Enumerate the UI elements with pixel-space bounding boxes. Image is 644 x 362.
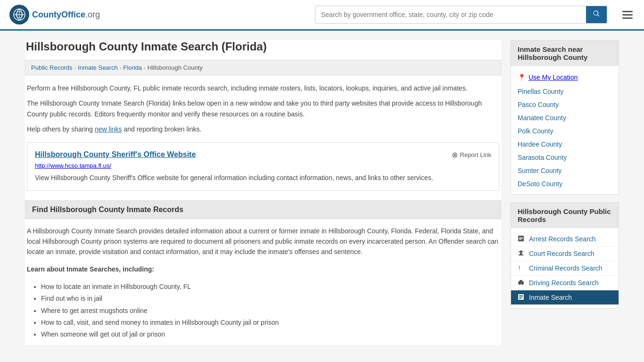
breadcrumb-inmate-search[interactable]: Inmate Search [78,64,118,71]
page-container: Hillsborough County Inmate Search (Flori… [16,31,628,354]
find-section-text: A Hillsborough County Inmate Search prov… [25,226,501,257]
public-records-list: Arrest Records Search Court Records Sear… [511,228,619,308]
nearby-section: Inmate Search near Hillsborough County 📍… [511,40,619,195]
nearby-list: 📍 Use My Location Pinellas County Pasco … [511,66,619,194]
resource-title-link[interactable]: Hillsborough County Sheriff's Office Web… [35,150,196,158]
report-link-button[interactable]: ⊗ Report Link [452,150,491,159]
search-button[interactable] [586,6,607,23]
court-records-link[interactable]: Court Records Search [529,250,594,257]
breadcrumb: Public Records › Inmate Search › Florida… [25,60,501,75]
bullet-item: Find out who is in jail [41,293,499,304]
public-records-title: Hillsborough County Public Records [511,203,619,228]
resource-header: Hillsborough County Sheriff's Office Web… [35,150,491,159]
svg-rect-9 [519,255,523,255]
sidebar-item-hardee[interactable]: Hardee County [511,138,619,151]
breadcrumb-current: Hillsborough County [148,64,203,71]
public-item-arrest[interactable]: Arrest Records Search [511,232,619,246]
sidebar-item-pasco[interactable]: Pasco County [511,98,619,111]
bullet-item: Where to get arrest mugshots online [41,305,499,317]
inmate-search-link[interactable]: Inmate Search [529,294,572,301]
hamburger-line [622,11,633,12]
location-pin-icon: 📍 [518,74,526,81]
resource-card: Hillsborough County Sheriff's Office Web… [27,142,499,191]
svg-marker-11 [518,250,524,252]
public-records-section: Hillsborough County Public Records Arres… [511,202,619,309]
bullet-list: How to locate an inmate in Hillsborough … [27,281,499,340]
sidebar-item-desoto[interactable]: DeSoto County [511,177,619,190]
nearby-section-title: Inmate Search near Hillsborough County [511,41,619,66]
site-logo[interactable]: CountyOffice.org [9,5,100,25]
hamburger-line [622,14,633,16]
use-location-item[interactable]: 📍 Use My Location [511,70,619,85]
main-content: Hillsborough County Inmate Search (Flori… [25,40,501,345]
court-icon [518,250,525,257]
svg-text:!: ! [519,265,520,271]
criminal-icon: ! [518,264,525,272]
sidebar-item-pinellas[interactable]: Pinellas County [511,85,619,98]
breadcrumb-public-records[interactable]: Public Records [31,64,72,71]
bullet-item: How to call, visit, and send money to in… [41,317,499,329]
intro-paragraph-2: The Hillsborough County Inmate Search (F… [25,98,501,119]
breadcrumb-sep: › [74,65,76,71]
svg-point-15 [522,284,523,285]
new-links-link[interactable]: new links [95,125,122,133]
page-title: Hillsborough County Inmate Search (Flori… [25,40,501,53]
driving-icon [518,279,525,287]
intro-paragraph-1: Perform a free Hillsborough County, FL p… [25,83,501,93]
logo-icon [9,5,29,25]
resource-url: http://www.hcso.tampa.fl.us/ [35,162,491,169]
driving-records-link[interactable]: Driving Records Search [529,279,599,287]
sidebar: Inmate Search near Hillsborough County 📍… [511,40,619,345]
breadcrumb-sep: › [144,65,146,71]
breadcrumb-florida[interactable]: Florida [123,64,142,71]
resource-title: Hillsborough County Sheriff's Office Web… [35,150,196,159]
resource-url-link[interactable]: http://www.hcso.tampa.fl.us/ [35,162,111,169]
hamburger-line [622,17,633,19]
svg-point-14 [519,284,520,285]
bullet-item: When someone will get out of jail or pri… [41,329,499,340]
search-bar [315,6,607,24]
public-item-driving[interactable]: Driving Records Search [511,275,619,290]
menu-button[interactable] [620,9,635,21]
search-input[interactable] [315,6,586,23]
find-section-header: Find Hillsborough County Inmate Records [25,200,501,219]
report-link-label: Report Link [460,151,491,158]
sidebar-item-polk[interactable]: Polk County [511,124,619,138]
breadcrumb-sep: › [120,65,122,71]
use-location-link[interactable]: Use My Location [528,74,578,81]
logo-text: CountyOffice.org [32,10,100,20]
report-icon: ⊗ [452,150,458,159]
bullet-item: How to locate an inmate in Hillsborough … [41,281,499,293]
inmate-icon [518,294,525,301]
public-item-criminal[interactable]: ! Criminal Records Search [511,261,619,275]
sidebar-item-sarasota[interactable]: Sarasota County [511,151,619,164]
intro-paragraph-3: Help others by sharing new links and rep… [25,124,501,134]
sidebar-item-manatee[interactable]: Manatee County [511,111,619,124]
site-header: CountyOffice.org [0,0,644,31]
criminal-records-link[interactable]: Criminal Records Search [529,264,603,272]
public-item-court[interactable]: Court Records Search [511,246,619,261]
resource-description: View Hillsborough County Sheriff's Offic… [35,173,491,183]
learn-title: Learn about Inmate Searches, including: [25,264,501,274]
arrest-records-link[interactable]: Arrest Records Search [529,235,596,243]
public-item-inmate[interactable]: Inmate Search [511,290,619,304]
sidebar-item-sumter[interactable]: Sumter County [511,164,619,177]
arrest-icon [518,235,525,243]
